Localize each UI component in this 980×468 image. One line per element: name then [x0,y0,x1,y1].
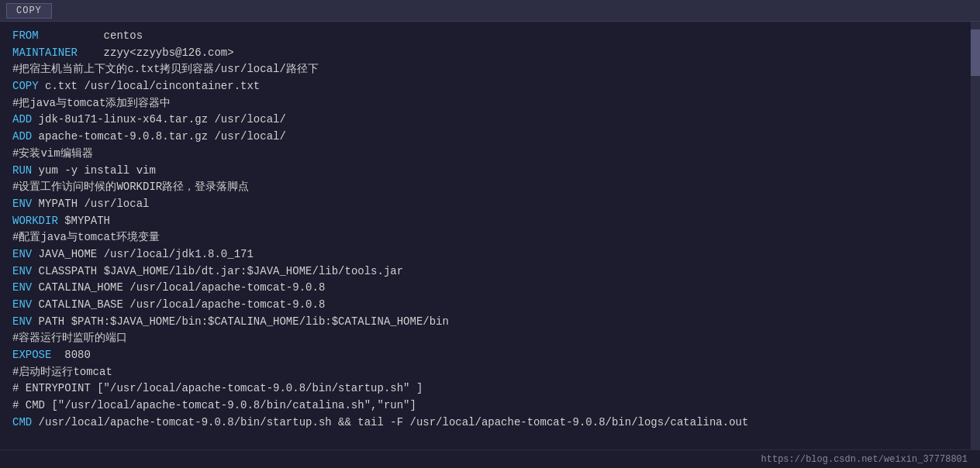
code-line: RUN yum -y install vim [12,163,968,180]
code-line: ENV CLASSPATH $JAVA_HOME/lib/dt.jar:$JAV… [12,263,968,280]
code-line: # CMD ["/usr/local/apache-tomcat-9.0.8/b… [12,397,968,415]
code-line: ADD jdk-8u171-linux-x64.tar.gz /usr/loca… [12,112,968,129]
code-line: WORKDIR $MYPATH [12,213,968,230]
code-line: #容器运行时监听的端口 [12,330,968,347]
code-line: ENV CATALINA_HOME /usr/local/apache-tomc… [12,280,968,297]
code-area: FROM centosMAINTAINER zzyy<zzyybs@126.co… [0,22,980,449]
main-container: COPY FROM centosMAINTAINER zzyy<zzyybs@1… [0,0,980,468]
code-line: #配置java与tomcat环境变量 [12,229,968,246]
code-line: FROM centos [12,28,968,45]
code-block: FROM centosMAINTAINER zzyy<zzyybs@126.co… [12,28,968,432]
code-line: #把宿主机当前上下文的c.txt拷贝到容器/usr/local/路径下 [12,61,968,78]
copy-button[interactable]: COPY [6,3,52,19]
footer-link: https://blog.csdn.net/weixin_37778801 [761,454,968,465]
code-line: ENV PATH $PATH:$JAVA_HOME/bin:$CATALINA_… [12,314,968,331]
code-line: ADD apache-tomcat-9.0.8.tar.gz /usr/loca… [12,129,968,146]
code-line: ENV JAVA_HOME /usr/local/jdk1.8.0_171 [12,246,968,263]
code-line: ENV MYPATH /usr/local [12,196,968,213]
scrollbar-thumb[interactable] [971,29,980,76]
code-line: #安装vim编辑器 [12,146,968,163]
footer: https://blog.csdn.net/weixin_37778801 [0,449,980,468]
code-line: CMD /usr/local/apache-tomcat-9.0.8/bin/s… [12,415,968,432]
code-line: #设置工作访问时候的WORKDIR路径，登录落脚点 [12,179,968,196]
code-line: ENV CATALINA_BASE /usr/local/apache-tomc… [12,297,968,314]
code-line: # ENTRYPOINT ["/usr/local/apache-tomcat-… [12,380,968,397]
scrollbar[interactable] [971,22,980,449]
copy-bar: COPY [0,0,980,22]
code-line: MAINTAINER zzyy<zzyybs@126.com> [12,45,968,62]
code-line: #把java与tomcat添加到容器中 [12,95,968,112]
code-line: COPY c.txt /usr/local/cincontainer.txt [12,78,968,95]
code-line: EXPOSE 8080 [12,347,968,364]
code-line: #启动时运行tomcat [12,364,968,381]
